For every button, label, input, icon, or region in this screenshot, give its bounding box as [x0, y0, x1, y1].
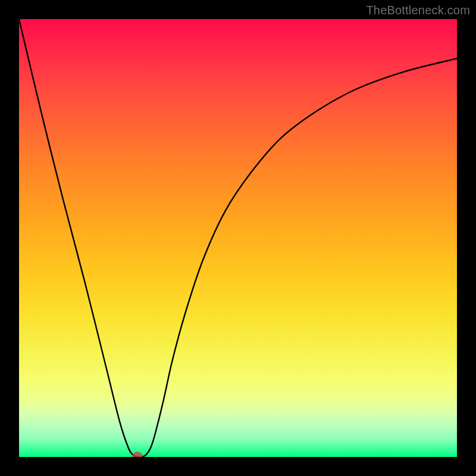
- chart-frame: TheBottleneck.com: [0, 0, 476, 476]
- watermark-text: TheBottleneck.com: [366, 4, 470, 17]
- bottleneck-curve: [19, 19, 457, 457]
- plot-area: [19, 19, 457, 457]
